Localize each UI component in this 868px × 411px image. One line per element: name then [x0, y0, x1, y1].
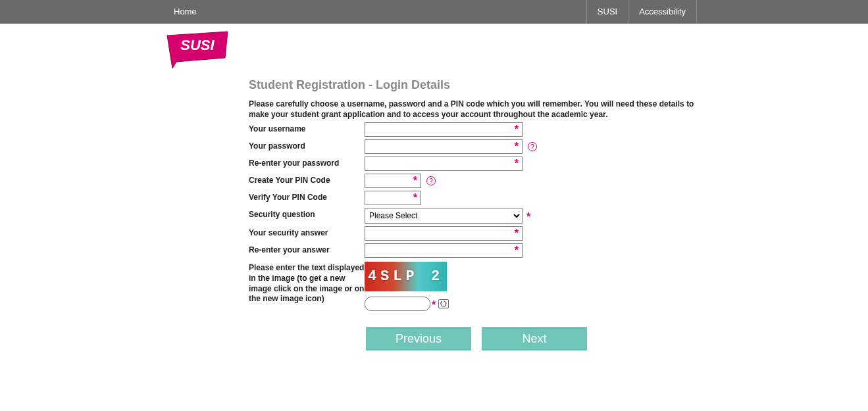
repin-input[interactable] [365, 191, 421, 205]
resecurity-answer-label: Re-enter your answer [249, 243, 365, 254]
captcha-image[interactable]: 4SLP 2 [365, 262, 447, 291]
susi-logo-icon: SUSI [165, 29, 230, 70]
pin-label: Create Your PIN Code [249, 174, 365, 185]
nav-home-link[interactable]: Home [165, 0, 206, 24]
resecurity-answer-input[interactable] [365, 243, 523, 258]
password-label: Your password [249, 139, 365, 151]
next-button[interactable]: Next [482, 327, 587, 351]
intro-text: Please carefully choose a username, pass… [249, 99, 696, 120]
captcha-refresh-icon[interactable] [438, 299, 449, 308]
page-title: Student Registration - Login Details [249, 78, 704, 92]
svg-text:SUSI: SUSI [180, 37, 215, 53]
security-answer-input[interactable] [365, 226, 523, 241]
password-input[interactable] [365, 139, 523, 154]
nav-accessibility-link[interactable]: Accessibility [628, 0, 697, 24]
previous-button[interactable]: Previous [366, 327, 471, 351]
logo: SUSI [165, 29, 704, 72]
security-answer-label: Your security answer [249, 226, 365, 237]
nav-susi-link[interactable]: SUSI [586, 0, 628, 24]
repassword-label: Re-enter your password [249, 157, 365, 168]
svg-marker-2 [440, 301, 442, 303]
pin-help-icon[interactable]: ? [426, 176, 436, 185]
security-question-select[interactable]: Please Select [365, 208, 523, 224]
security-question-label: Security question [249, 208, 365, 219]
captcha-input[interactable] [365, 297, 430, 311]
top-navbar: Home SUSI Accessibility [0, 0, 868, 24]
required-mark: * [526, 211, 530, 223]
password-help-icon[interactable]: ? [528, 142, 537, 151]
repin-label: Verify Your PIN Code [249, 191, 365, 202]
username-label: Your username [249, 122, 365, 133]
username-input[interactable] [365, 122, 523, 137]
captcha-label: Please enter the text displayed in the i… [249, 262, 365, 304]
required-mark: * [432, 299, 436, 311]
repassword-input[interactable] [365, 157, 523, 171]
pin-input[interactable] [365, 174, 421, 188]
